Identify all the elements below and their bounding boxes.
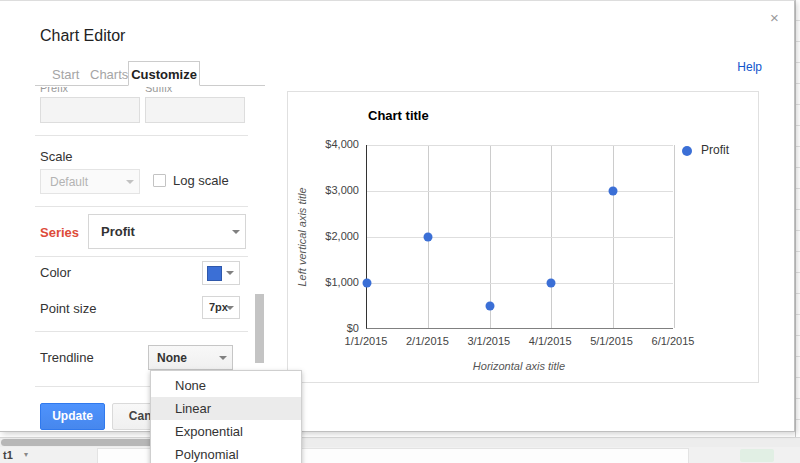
x-tick-label: 2/1/2015 [397,335,457,347]
x-tick-label: 3/1/2015 [459,335,519,347]
gridline-horizontal [367,191,673,192]
trendline-option-linear[interactable]: Linear [151,397,301,420]
scale-label: Scale [40,149,73,164]
trendline-dropdown[interactable]: None [148,345,233,370]
suffix-input[interactable] [145,97,245,123]
tab-start[interactable]: Start [52,64,79,85]
x-tick-label: 5/1/2015 [582,335,642,347]
trendline-menu: NoneLinearExponentialPolynomial [150,370,302,463]
chart-editor-dialog: Chart Editor × Help Start Charts Customi… [0,0,795,432]
panel-scrollbar-thumb[interactable] [255,294,264,363]
sheet-horizontal-scrollbar[interactable] [0,437,800,447]
clipped-field-labels: Prefix Suffix [35,87,248,95]
plot-area [366,145,673,329]
chart-preview-panel: Chart title Left vertical axis title Hor… [287,91,759,383]
chevron-down-icon [232,230,240,234]
chart-title: Chart title [368,108,429,123]
spreadsheet-gridlines [795,0,800,437]
chevron-down-icon [126,180,134,184]
data-point [547,279,556,288]
color-label: Color [40,265,71,280]
trendline-option-exponential[interactable]: Exponential [151,420,301,443]
divider [35,206,248,207]
trendline-value: None [157,351,187,365]
gridline-horizontal [367,145,673,146]
gridline-vertical [674,145,675,328]
trendline-option-polynomial[interactable]: Polynomial [151,443,301,463]
divider [35,135,248,136]
screen: t1 ▾ Chart Editor × Help Start Charts Cu… [0,0,800,463]
point-size-dropdown[interactable]: 7px [202,296,240,319]
help-link[interactable]: Help [730,60,762,74]
log-scale-label: Log scale [173,173,229,188]
gridline-horizontal [367,283,673,284]
scale-value: Default [50,175,88,189]
color-swatch [207,266,222,281]
y-tick-label: $4,000 [302,138,359,150]
divider [35,331,248,332]
series-value: Profit [101,224,135,239]
trendline-label: Trendline [40,350,94,365]
data-point [608,187,617,196]
color-dropdown[interactable] [202,261,240,285]
y-tick-label: $3,000 [302,184,359,196]
point-size-label: Point size [40,301,96,316]
dialog-title: Chart Editor [40,27,125,45]
sheet-tab-bar: t1 ▾ [0,447,800,463]
data-point [363,279,372,288]
x-tick-label: 1/1/2015 [336,335,396,347]
y-tick-label: $2,000 [302,230,359,242]
x-tick-label: 6/1/2015 [643,335,703,347]
data-point [424,233,433,242]
sheet-tab-label[interactable]: t1 [3,449,13,461]
chevron-down-icon [219,356,227,360]
prefix-label: Prefix [40,87,68,94]
sheet-tab-caret-icon[interactable]: ▾ [24,450,28,459]
y-tick-label: $0 [302,322,359,334]
explore-tile [740,449,774,462]
close-icon[interactable]: × [770,9,779,26]
scale-dropdown[interactable]: Default [40,169,140,194]
series-label: Series [40,225,79,240]
divider [35,256,248,257]
series-dropdown[interactable]: Profit [88,214,246,249]
suffix-label: Suffix [145,87,172,94]
gridline-horizontal [367,237,673,238]
data-point [485,302,494,311]
trendline-option-none[interactable]: None [151,374,301,397]
y-tick-label: $1,000 [302,276,359,288]
update-button[interactable]: Update [40,403,105,430]
x-axis-title: Horizontal axis title [399,360,639,372]
tab-customize[interactable]: Customize [128,61,200,86]
tab-charts[interactable]: Charts [90,64,128,85]
x-tick-label: 4/1/2015 [520,335,580,347]
chevron-down-icon [226,306,234,310]
chevron-down-icon [226,271,234,275]
legend-marker-icon [682,146,692,156]
log-scale-checkbox[interactable] [153,174,166,187]
prefix-input[interactable] [40,97,140,123]
legend-label: Profit [701,143,729,157]
